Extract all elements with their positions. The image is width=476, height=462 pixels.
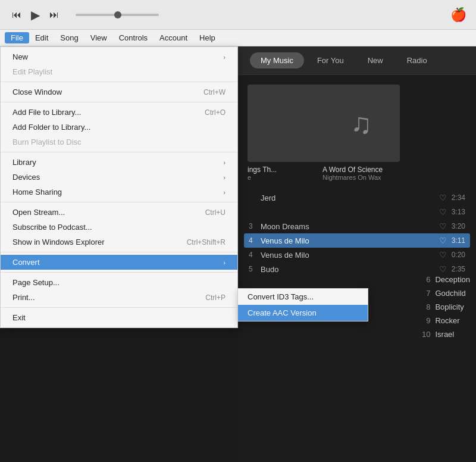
track-num-4: 4 — [249, 236, 261, 245]
menu-section-4: Library › Devices › Home Sharing › — [1, 152, 237, 202]
heart-3[interactable]: ♡ — [439, 221, 447, 231]
menu-account[interactable]: Account — [154, 32, 193, 43]
track-row-3: ♡ 3:13 — [244, 205, 470, 219]
rewind-button[interactable]: ⏮ — [10, 7, 24, 23]
menu-section-8: Exit — [1, 308, 237, 327]
track-row-venus-selected[interactable]: 4 Venus de Milo ♡ 3:11 — [244, 233, 470, 248]
track-name-budo: Budo — [261, 265, 439, 274]
duration-1: 2:34 — [452, 193, 465, 202]
album-artist-2: Nightmares On Wax — [322, 174, 400, 181]
right-num-9: 9 — [416, 316, 430, 325]
menu-song[interactable]: Song — [54, 32, 84, 43]
menu-item-burn-playlist: Burn Playlist to Disc — [1, 135, 237, 149]
album-card-2: ♫ A Word Of Science Nightmares On Wax — [322, 85, 400, 181]
right-name-boplicity: Boplicity — [435, 302, 464, 311]
itunes-panel: My Music For You New Radio ings Th... e … — [238, 46, 476, 462]
track-row-moon-dreams: 3 Moon Dreams ♡ 3:20 — [244, 219, 470, 233]
album-area: ings Th... e ♫ A Word Of Science Nightma… — [238, 75, 476, 191]
music-note-icon: ♫ — [350, 107, 372, 140]
menu-item-print[interactable]: Print... Ctrl+P — [1, 290, 237, 305]
convert-arrow: › — [223, 259, 226, 266]
file-dropdown-menu: New › Edit Playlist Close Window Ctrl+W … — [0, 46, 238, 328]
heart-1[interactable]: ♡ — [439, 193, 447, 202]
menu-item-page-setup[interactable]: Page Setup... — [1, 275, 237, 290]
duration-2: 3:13 — [452, 208, 465, 216]
open-stream-shortcut: Ctrl+U — [205, 208, 226, 217]
heart-4[interactable]: ♡ — [439, 236, 447, 245]
menu-item-library[interactable]: Library › — [1, 155, 237, 170]
album-card-1: ings Th... e — [248, 85, 313, 181]
menu-item-devices[interactable]: Devices › — [1, 170, 237, 185]
track-row-2: Jerd ♡ 2:34 — [244, 191, 470, 205]
right-name-israel: Israel — [435, 330, 454, 339]
devices-arrow: › — [223, 174, 226, 181]
menu-help[interactable]: Help — [193, 32, 221, 43]
right-track-godchild: 7 Godchild — [416, 286, 470, 300]
progress-bar[interactable] — [76, 14, 159, 16]
tab-my-music[interactable]: My Music — [250, 52, 304, 68]
menu-item-show-explorer[interactable]: Show in Windows Explorer Ctrl+Shift+R — [1, 235, 237, 249]
right-track-israel: 10 Israel — [416, 327, 470, 341]
right-track-rocker: 9 Rocker — [416, 314, 470, 327]
menu-section-6: Convert › — [1, 252, 237, 273]
menu-bar: File Edit Song View Controls Account Hel… — [0, 30, 476, 46]
menu-section-5: Open Stream... Ctrl+U Subscribe to Podca… — [1, 202, 237, 252]
menu-item-add-file[interactable]: Add File to Library... Ctrl+O — [1, 105, 237, 120]
menu-section-2: Close Window Ctrl+W — [1, 82, 237, 102]
track-name-blank1: Jerd — [261, 193, 439, 202]
new-arrow: › — [223, 54, 226, 61]
track-num-4b: 4 — [249, 251, 261, 259]
right-num-8: 8 — [416, 302, 430, 311]
menu-section-1: New › Edit Playlist — [1, 47, 237, 82]
right-num-6: 6 — [416, 275, 430, 284]
menu-item-new[interactable]: New › — [1, 49, 237, 64]
home-sharing-arrow: › — [223, 189, 226, 196]
right-track-boplicity: 8 Boplicity — [416, 300, 470, 314]
fast-forward-button[interactable]: ⏭ — [47, 7, 61, 23]
track-num-3: 3 — [249, 222, 261, 230]
track-num-5: 5 — [249, 265, 261, 273]
duration-3: 3:20 — [452, 222, 465, 230]
track-list-section: Jerd ♡ 2:34 ♡ 3:13 3 Moon Dreams ♡ 3:20 … — [238, 191, 476, 276]
menu-file[interactable]: File — [5, 32, 29, 43]
menu-item-home-sharing[interactable]: Home Sharing › — [1, 185, 237, 199]
track-name-moon-dreams: Moon Dreams — [261, 222, 439, 231]
album-title-1: ings Th... — [248, 166, 313, 174]
heart-5[interactable]: ♡ — [439, 250, 447, 260]
menu-item-add-folder[interactable]: Add Folder to Library... — [1, 120, 237, 135]
submenu-convert-id3[interactable]: Convert ID3 Tags... — [238, 289, 368, 305]
menu-section-7: Page Setup... Print... Ctrl+P — [1, 273, 237, 308]
right-track-deception: 6 Deception — [416, 273, 470, 286]
right-name-godchild: Godchild — [435, 289, 465, 298]
duration-6: 2:35 — [452, 265, 465, 273]
menu-view[interactable]: View — [84, 32, 113, 43]
play-button[interactable]: ▶ — [29, 5, 42, 24]
print-shortcut: Ctrl+P — [205, 294, 226, 302]
menu-item-close-window[interactable]: Close Window Ctrl+W — [1, 85, 237, 99]
tab-radio[interactable]: Radio — [396, 52, 438, 68]
right-name-rocker: Rocker — [435, 316, 459, 325]
right-name-deception: Deception — [435, 275, 470, 284]
top-bar: ⏮ ▶ ⏭ 🍎 — [0, 0, 476, 30]
library-arrow: › — [223, 159, 226, 166]
add-file-shortcut: Ctrl+O — [205, 108, 226, 117]
menu-item-edit-playlist: Edit Playlist — [1, 64, 237, 79]
close-window-shortcut: Ctrl+W — [203, 88, 226, 96]
tab-new[interactable]: New — [357, 52, 394, 68]
tab-for-you[interactable]: For You — [306, 52, 355, 68]
track-row-venus-2: 4 Venus de Milo ♡ 0:20 — [244, 248, 470, 262]
menu-item-exit[interactable]: Exit — [1, 310, 237, 325]
right-num-7: 7 — [416, 289, 430, 298]
submenu-create-aac[interactable]: Create AAC Version — [238, 305, 368, 321]
right-track-list: 6 Deception 7 Godchild 8 Boplicity 9 Roc… — [416, 273, 470, 341]
album-title-2: A Word Of Science — [322, 166, 400, 174]
menu-item-convert[interactable]: Convert › — [1, 255, 237, 270]
track-name-venus-selected: Venus de Milo — [261, 236, 439, 245]
menu-controls[interactable]: Controls — [113, 32, 154, 43]
menu-edit[interactable]: Edit — [29, 32, 54, 43]
heart-2[interactable]: ♡ — [439, 207, 447, 217]
tabs-bar: My Music For You New Radio — [238, 46, 476, 75]
transport-controls: ⏮ ▶ ⏭ — [10, 5, 159, 24]
menu-item-subscribe-podcast[interactable]: Subscribe to Podcast... — [1, 220, 237, 235]
menu-item-open-stream[interactable]: Open Stream... Ctrl+U — [1, 205, 237, 220]
